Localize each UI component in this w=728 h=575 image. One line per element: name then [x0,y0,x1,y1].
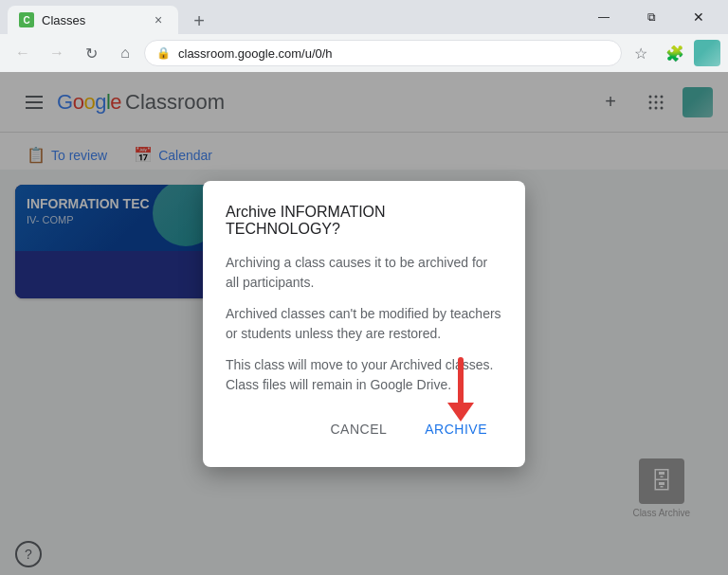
bookmark-icon[interactable]: ☆ [626,38,656,68]
archive-dialog: Archive INFORMATION TECHNOLOGY? Archivin… [203,181,525,467]
arrow-head [447,403,474,422]
url-text: classroom.google.com/u/0/h [178,46,610,61]
toolbar-actions: ☆ 🧩 [626,38,720,68]
dialog-paragraph-1: Archiving a class causes it to be archiv… [226,253,502,293]
extension-icon[interactable]: 🧩 [660,38,690,68]
dialog-paragraph-2: Archived classes can't be modified by te… [226,304,502,344]
tab-favicon: C [19,12,34,27]
red-arrow-annotation [447,357,474,422]
address-bar[interactable]: 🔒 classroom.google.com/u/0/h [144,40,622,66]
back-button[interactable]: ← [8,38,38,68]
arrow-line [458,357,464,404]
cancel-button[interactable]: Cancel [315,414,402,444]
close-button[interactable]: ✕ [677,3,720,31]
profile-avatar[interactable] [694,40,720,66]
maximize-button[interactable]: ⧉ [629,3,673,31]
window-controls: — ⧉ ✕ [582,3,720,31]
browser-window: C Classes × + — ⧉ ✕ ← → ↻ ⌂ 🔒 classroom.… [0,0,728,575]
home-button[interactable]: ⌂ [110,38,140,68]
tab-title: Classes [42,13,142,27]
dialog-actions: Cancel Archive [226,414,502,444]
title-bar: C Classes × + — ⧉ ✕ [0,0,728,34]
dialog-title: Archive INFORMATION TECHNOLOGY? [226,204,502,238]
app-area: Google Classroom + 📋 To review 📅 Calenda… [0,72,728,575]
reload-button[interactable]: ↻ [76,38,106,68]
new-tab-button[interactable]: + [186,8,212,34]
minimize-button[interactable]: — [582,3,626,31]
browser-toolbar: ← → ↻ ⌂ 🔒 classroom.google.com/u/0/h ☆ 🧩 [0,34,728,72]
active-tab[interactable]: C Classes × [8,6,178,34]
tab-close-button[interactable]: × [150,11,167,28]
modal-overlay: Archive INFORMATION TECHNOLOGY? Archivin… [0,72,728,575]
tab-strip: C Classes × + [8,0,582,34]
forward-button[interactable]: → [42,38,72,68]
